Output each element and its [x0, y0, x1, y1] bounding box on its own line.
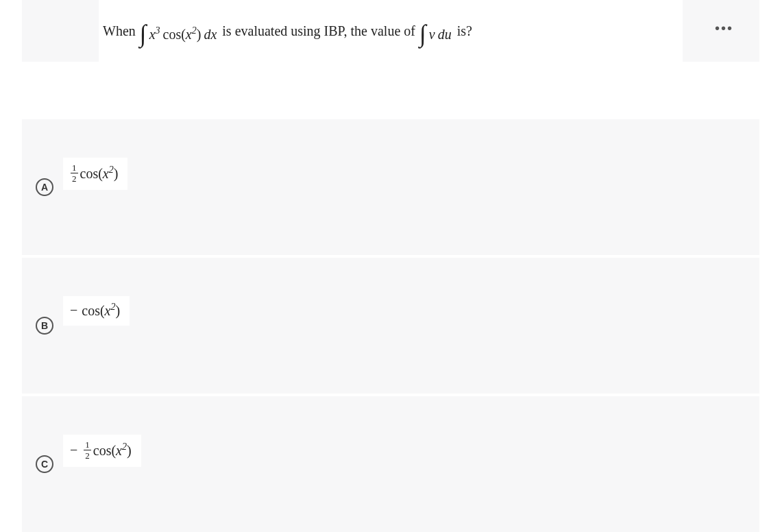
question-suffix: is?: [457, 23, 472, 39]
choice-expr-c: − 12 cos(x2): [63, 435, 141, 467]
question-vdu: ∫vdu: [415, 16, 452, 45]
question-left-gutter: [22, 0, 99, 62]
choice-letter-c: C: [36, 455, 53, 473]
quiz-container: When ∫x3cos(x2)dx is evaluated using IBP…: [0, 0, 769, 532]
more-icon[interactable]: •••: [715, 21, 733, 36]
choice-expr-b: − cos(x2): [63, 296, 130, 326]
choice-expr-a: 12 cos(x2): [63, 158, 127, 190]
question-text: When ∫x3cos(x2)dx is evaluated using IBP…: [99, 0, 683, 62]
choice-b[interactable]: B − cos(x2): [22, 258, 759, 394]
question-integral: ∫x3cos(x2)dx: [136, 16, 217, 45]
question-prefix: When: [103, 23, 136, 39]
choice-letter-b: B: [36, 317, 53, 335]
question-mid: is evaluated using IBP, the value of: [222, 23, 415, 39]
question-right-gutter: •••: [683, 0, 759, 62]
choices-list: A 12 cos(x2) B − cos(x2) C − 12 cos(x2): [0, 119, 769, 532]
choice-a[interactable]: A 12 cos(x2): [22, 119, 759, 255]
question-row: When ∫x3cos(x2)dx is evaluated using IBP…: [22, 0, 759, 62]
choice-c[interactable]: C − 12 cos(x2): [22, 396, 759, 532]
choice-letter-a: A: [36, 178, 53, 196]
